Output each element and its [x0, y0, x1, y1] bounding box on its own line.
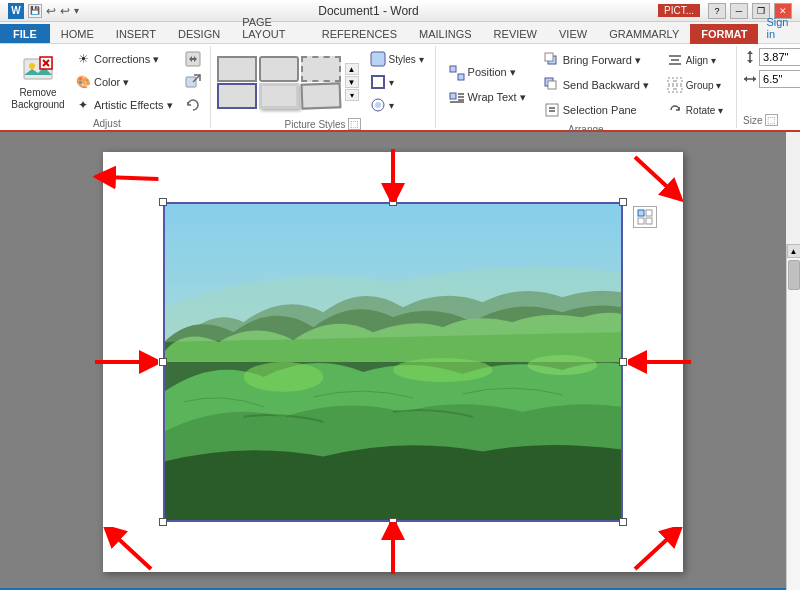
- send-backward-button[interactable]: Send Backward ▾: [537, 73, 656, 97]
- style-box-6[interactable]: [300, 82, 341, 109]
- svg-rect-12: [450, 66, 456, 72]
- compress-pictures-button[interactable]: [182, 48, 204, 70]
- handle-top-left[interactable]: [159, 198, 167, 206]
- remove-background-button[interactable]: RemoveBackground: [10, 53, 66, 111]
- svg-rect-22: [548, 81, 556, 89]
- style-row-1: [217, 56, 341, 82]
- size-expand[interactable]: ⬚: [765, 114, 778, 126]
- style-more[interactable]: ▾: [345, 89, 359, 101]
- color-button[interactable]: 🎨 Color ▾: [70, 71, 178, 93]
- main-area: ▲ ▼: [0, 132, 800, 588]
- arrow-middle-right: [628, 347, 693, 377]
- picture-style-previews: [217, 56, 341, 109]
- selected-image[interactable]: [163, 202, 623, 522]
- quick-access-undo[interactable]: ↩: [46, 4, 56, 18]
- ribbon-group-adjust: RemoveBackground ☀ Corrections ▾ 🎨 Color…: [4, 46, 211, 128]
- arrange-column-2: Bring Forward ▾ Send Backward ▾ Selectio…: [537, 48, 656, 122]
- svg-rect-14: [450, 93, 456, 99]
- align-button[interactable]: Align ▾: [660, 48, 730, 72]
- scroll-up-arrow[interactable]: ▲: [787, 244, 801, 258]
- tab-file[interactable]: FILE: [0, 24, 50, 43]
- style-box-5[interactable]: [259, 83, 299, 109]
- tab-insert[interactable]: INSERT: [105, 24, 167, 43]
- handle-bottom-left[interactable]: [159, 518, 167, 526]
- svg-rect-51: [638, 210, 644, 216]
- height-input[interactable]: [759, 48, 800, 66]
- handle-top-right[interactable]: [619, 198, 627, 206]
- arrow-bottom-right: [633, 527, 683, 577]
- sign-in-link[interactable]: Sign in: [758, 13, 800, 43]
- height-input-row: ▲ ▼: [743, 48, 800, 66]
- adjust-icon-buttons: [182, 48, 204, 116]
- title-bar-icon: W: [8, 3, 24, 19]
- corrections-button[interactable]: ☀ Corrections ▾: [70, 48, 178, 70]
- scroll-track[interactable]: [787, 258, 800, 590]
- handle-middle-right[interactable]: [619, 358, 627, 366]
- adjust-group-label: Adjust: [10, 116, 204, 129]
- artistic-effects-icon: ✦: [75, 97, 91, 113]
- arrow-top-center: [378, 147, 408, 202]
- tab-format[interactable]: FORMAT: [690, 24, 758, 44]
- picture-styles-expand[interactable]: ⬚: [348, 118, 361, 130]
- title-bar: W 💾 ↩ ↩ ▾ Document1 - Word PICT... ? ─ ❐…: [0, 0, 800, 22]
- handle-middle-left[interactable]: [159, 358, 167, 366]
- bring-forward-button[interactable]: Bring Forward ▾: [537, 48, 656, 72]
- style-scroll-up[interactable]: ▲: [345, 63, 359, 75]
- svg-rect-52: [646, 210, 652, 216]
- handle-bottom-right[interactable]: [619, 518, 627, 526]
- style-box-3[interactable]: [301, 56, 341, 82]
- pict-indicator: PICT...: [658, 4, 700, 17]
- tab-design[interactable]: DESIGN: [167, 24, 231, 43]
- width-icon: [743, 72, 757, 86]
- rotate-button[interactable]: Rotate ▾: [660, 98, 730, 122]
- tab-mailings[interactable]: MAILINGS: [408, 24, 483, 43]
- svg-rect-20: [545, 53, 553, 61]
- width-input-row: ▲ ▼: [743, 70, 800, 88]
- picture-effects-button[interactable]: ▾: [365, 94, 429, 116]
- svg-rect-6: [186, 77, 196, 87]
- picture-styles-group-label: Picture Styles ⬚: [217, 116, 429, 130]
- remove-background-label: RemoveBackground: [11, 87, 64, 111]
- scroll-thumb[interactable]: [788, 260, 800, 290]
- svg-rect-32: [676, 86, 682, 92]
- style-box-4[interactable]: [217, 83, 257, 109]
- ribbon: RemoveBackground ☀ Corrections ▾ 🎨 Color…: [0, 44, 800, 132]
- style-scroll-down[interactable]: ▼: [345, 76, 359, 88]
- tab-home[interactable]: HOME: [50, 24, 105, 43]
- svg-line-41: [635, 157, 675, 194]
- corrections-icon: ☀: [75, 51, 91, 67]
- ribbon-tabs: FILE HOME INSERT DESIGN PAGE LAYOUT REFE…: [0, 22, 800, 44]
- svg-rect-29: [668, 78, 674, 84]
- svg-point-48: [244, 362, 324, 392]
- minimize-button[interactable]: ─: [730, 3, 748, 19]
- style-box-1[interactable]: [217, 56, 257, 82]
- help-button[interactable]: ?: [708, 3, 726, 19]
- group-button[interactable]: Group ▾: [660, 73, 730, 97]
- arrow-top-left: [93, 142, 164, 213]
- position-button[interactable]: Position ▾: [442, 61, 533, 85]
- document-title: Document1 - Word: [79, 4, 658, 18]
- picture-styles-content: ▲ ▼ ▾ Styles ▾ ▾ ▾: [217, 48, 429, 116]
- svg-line-46: [635, 532, 675, 569]
- style-box-2[interactable]: [259, 56, 299, 82]
- quick-access-save[interactable]: 💾: [28, 4, 42, 18]
- tab-review[interactable]: REVIEW: [483, 24, 548, 43]
- tab-view[interactable]: VIEW: [548, 24, 598, 43]
- wrap-text-button[interactable]: Wrap Text ▾: [442, 86, 533, 110]
- tab-page-layout[interactable]: PAGE LAYOUT: [231, 12, 311, 43]
- change-picture-button[interactable]: [182, 71, 204, 93]
- artistic-effects-button[interactable]: ✦ Artistic Effects ▾: [70, 94, 178, 116]
- tab-references[interactable]: REFERENCES: [311, 24, 408, 43]
- quick-styles-button[interactable]: Styles ▾: [365, 48, 429, 70]
- right-scrollbar[interactable]: ▲ ▼: [786, 244, 800, 590]
- svg-rect-13: [458, 74, 464, 80]
- arrow-bottom-left: [103, 527, 153, 577]
- quick-access-redo[interactable]: ↩: [60, 4, 70, 18]
- width-input[interactable]: [759, 70, 800, 88]
- svg-point-11: [375, 102, 381, 108]
- image-action-button[interactable]: [633, 206, 657, 228]
- reset-picture-button[interactable]: [182, 94, 204, 116]
- picture-border-button[interactable]: ▾: [365, 71, 429, 93]
- tab-grammarly[interactable]: GRAMMARLY: [598, 24, 690, 43]
- selection-pane-button[interactable]: Selection Pane: [537, 98, 656, 122]
